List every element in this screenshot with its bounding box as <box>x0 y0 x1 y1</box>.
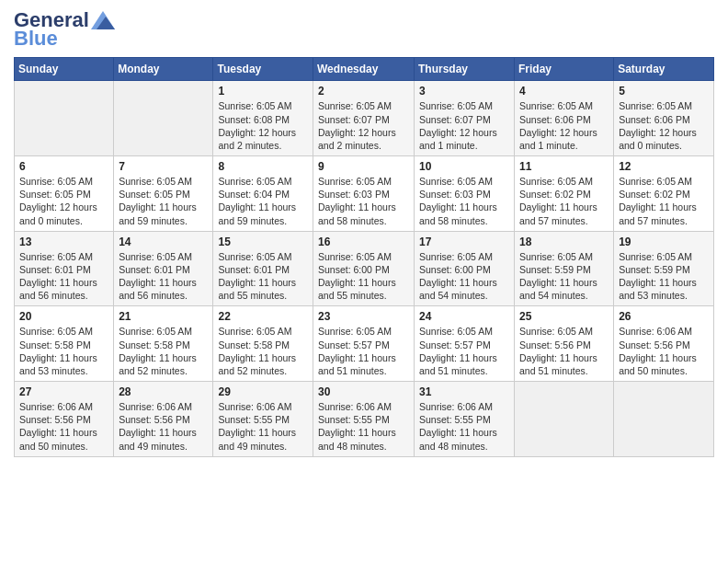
day-detail: Sunrise: 6:05 AM Sunset: 5:59 PM Dayligh… <box>519 250 609 303</box>
day-number: 20 <box>19 310 108 323</box>
weekday-header: Monday <box>114 58 213 81</box>
calendar-cell: 21Sunrise: 6:05 AM Sunset: 5:58 PM Dayli… <box>114 306 213 382</box>
calendar-week-row: 20Sunrise: 6:05 AM Sunset: 5:58 PM Dayli… <box>15 306 714 382</box>
calendar-cell: 22Sunrise: 6:05 AM Sunset: 5:58 PM Dayli… <box>213 306 313 382</box>
calendar-cell: 11Sunrise: 6:05 AM Sunset: 6:02 PM Dayli… <box>515 156 614 232</box>
day-number: 14 <box>119 236 208 248</box>
day-detail: Sunrise: 6:05 AM Sunset: 6:01 PM Dayligh… <box>119 250 208 303</box>
day-detail: Sunrise: 6:05 AM Sunset: 5:57 PM Dayligh… <box>318 325 409 377</box>
day-detail: Sunrise: 6:05 AM Sunset: 6:00 PM Dayligh… <box>318 250 409 303</box>
calendar-cell: 30Sunrise: 6:06 AM Sunset: 5:55 PM Dayli… <box>313 382 415 457</box>
calendar-cell: 3Sunrise: 6:05 AM Sunset: 6:07 PM Daylig… <box>415 81 515 156</box>
day-detail: Sunrise: 6:06 AM Sunset: 5:56 PM Dayligh… <box>619 325 709 377</box>
day-detail: Sunrise: 6:05 AM Sunset: 5:58 PM Dayligh… <box>19 325 108 377</box>
calendar-cell: 10Sunrise: 6:05 AM Sunset: 6:03 PM Dayli… <box>415 156 515 232</box>
day-number: 6 <box>19 160 108 173</box>
weekday-header: Sunday <box>15 58 114 81</box>
day-detail: Sunrise: 6:06 AM Sunset: 5:56 PM Dayligh… <box>119 400 208 453</box>
day-detail: Sunrise: 6:05 AM Sunset: 6:00 PM Dayligh… <box>419 250 509 303</box>
day-number: 24 <box>419 310 509 323</box>
day-number: 22 <box>218 310 308 323</box>
calendar-cell: 15Sunrise: 6:05 AM Sunset: 6:01 PM Dayli… <box>213 231 313 306</box>
calendar-cell: 12Sunrise: 6:05 AM Sunset: 6:02 PM Dayli… <box>614 156 714 232</box>
calendar-cell: 5Sunrise: 6:05 AM Sunset: 6:06 PM Daylig… <box>614 81 714 156</box>
day-number: 23 <box>318 310 409 323</box>
calendar-week-row: 13Sunrise: 6:05 AM Sunset: 6:01 PM Dayli… <box>15 231 714 306</box>
calendar-table: SundayMondayTuesdayWednesdayThursdayFrid… <box>14 57 714 456</box>
day-number: 12 <box>619 160 709 173</box>
calendar-cell: 2Sunrise: 6:05 AM Sunset: 6:07 PM Daylig… <box>313 81 415 156</box>
calendar-cell: 16Sunrise: 6:05 AM Sunset: 6:00 PM Dayli… <box>313 231 415 306</box>
day-number: 9 <box>318 160 409 173</box>
calendar-cell <box>614 382 714 457</box>
calendar-week-row: 1Sunrise: 6:05 AM Sunset: 6:08 PM Daylig… <box>15 81 714 156</box>
header: General Blue <box>14 9 714 50</box>
day-detail: Sunrise: 6:05 AM Sunset: 6:07 PM Dayligh… <box>419 99 509 152</box>
day-number: 27 <box>19 385 108 398</box>
day-detail: Sunrise: 6:05 AM Sunset: 6:04 PM Dayligh… <box>218 175 308 227</box>
day-detail: Sunrise: 6:05 AM Sunset: 5:59 PM Dayligh… <box>619 250 709 303</box>
day-number: 21 <box>119 310 208 323</box>
day-number: 1 <box>218 85 308 98</box>
day-number: 19 <box>619 236 709 248</box>
day-number: 5 <box>619 85 709 98</box>
calendar-cell: 9Sunrise: 6:05 AM Sunset: 6:03 PM Daylig… <box>313 156 415 232</box>
day-detail: Sunrise: 6:05 AM Sunset: 6:02 PM Dayligh… <box>619 175 709 227</box>
calendar-cell: 13Sunrise: 6:05 AM Sunset: 6:01 PM Dayli… <box>15 231 114 306</box>
calendar-cell: 27Sunrise: 6:06 AM Sunset: 5:56 PM Dayli… <box>15 382 114 457</box>
calendar-cell: 17Sunrise: 6:05 AM Sunset: 6:00 PM Dayli… <box>415 231 515 306</box>
day-detail: Sunrise: 6:06 AM Sunset: 5:55 PM Dayligh… <box>318 400 409 453</box>
day-detail: Sunrise: 6:06 AM Sunset: 5:55 PM Dayligh… <box>419 400 509 453</box>
day-detail: Sunrise: 6:05 AM Sunset: 6:03 PM Dayligh… <box>419 175 509 227</box>
day-number: 7 <box>119 160 208 173</box>
calendar-cell: 4Sunrise: 6:05 AM Sunset: 6:06 PM Daylig… <box>515 81 614 156</box>
day-number: 4 <box>519 85 609 98</box>
day-number: 28 <box>119 385 208 398</box>
day-number: 30 <box>318 385 409 398</box>
day-number: 26 <box>619 310 709 323</box>
weekday-header: Friday <box>515 58 614 81</box>
day-number: 2 <box>318 85 409 98</box>
calendar-cell: 24Sunrise: 6:05 AM Sunset: 5:57 PM Dayli… <box>415 306 515 382</box>
day-number: 29 <box>218 385 308 398</box>
day-detail: Sunrise: 6:05 AM Sunset: 6:01 PM Dayligh… <box>19 250 108 303</box>
day-detail: Sunrise: 6:05 AM Sunset: 6:05 PM Dayligh… <box>19 175 108 227</box>
day-detail: Sunrise: 6:06 AM Sunset: 5:56 PM Dayligh… <box>19 400 108 453</box>
calendar-cell: 1Sunrise: 6:05 AM Sunset: 6:08 PM Daylig… <box>213 81 313 156</box>
day-detail: Sunrise: 6:05 AM Sunset: 6:02 PM Dayligh… <box>519 175 609 227</box>
calendar-cell <box>15 81 114 156</box>
day-number: 25 <box>519 310 609 323</box>
day-number: 16 <box>318 236 409 248</box>
day-detail: Sunrise: 6:05 AM Sunset: 5:57 PM Dayligh… <box>419 325 509 377</box>
calendar-cell: 26Sunrise: 6:06 AM Sunset: 5:56 PM Dayli… <box>614 306 714 382</box>
logo: General Blue <box>14 9 115 50</box>
day-detail: Sunrise: 6:05 AM Sunset: 5:56 PM Dayligh… <box>519 325 609 377</box>
calendar-cell <box>515 382 614 457</box>
day-detail: Sunrise: 6:05 AM Sunset: 6:06 PM Dayligh… <box>519 99 609 152</box>
weekday-header: Wednesday <box>313 58 415 81</box>
day-number: 15 <box>218 236 308 248</box>
calendar-cell: 18Sunrise: 6:05 AM Sunset: 5:59 PM Dayli… <box>515 231 614 306</box>
day-number: 10 <box>419 160 509 173</box>
day-detail: Sunrise: 6:05 AM Sunset: 6:05 PM Dayligh… <box>119 175 208 227</box>
calendar-cell: 29Sunrise: 6:06 AM Sunset: 5:55 PM Dayli… <box>213 382 313 457</box>
logo-icon <box>91 11 115 31</box>
day-number: 3 <box>419 85 509 98</box>
page-container: General Blue SundayMondayTuesdayWednesda… <box>0 0 728 466</box>
calendar-cell: 23Sunrise: 6:05 AM Sunset: 5:57 PM Dayli… <box>313 306 415 382</box>
day-detail: Sunrise: 6:06 AM Sunset: 5:55 PM Dayligh… <box>218 400 308 453</box>
weekday-header: Thursday <box>415 58 515 81</box>
logo-blue: Blue <box>14 28 58 50</box>
calendar-cell: 8Sunrise: 6:05 AM Sunset: 6:04 PM Daylig… <box>213 156 313 232</box>
calendar-cell: 28Sunrise: 6:06 AM Sunset: 5:56 PM Dayli… <box>114 382 213 457</box>
calendar-cell: 7Sunrise: 6:05 AM Sunset: 6:05 PM Daylig… <box>114 156 213 232</box>
day-number: 17 <box>419 236 509 248</box>
day-number: 31 <box>419 385 509 398</box>
calendar-cell: 25Sunrise: 6:05 AM Sunset: 5:56 PM Dayli… <box>515 306 614 382</box>
calendar-week-row: 6Sunrise: 6:05 AM Sunset: 6:05 PM Daylig… <box>15 156 714 232</box>
calendar-cell: 31Sunrise: 6:06 AM Sunset: 5:55 PM Dayli… <box>415 382 515 457</box>
day-detail: Sunrise: 6:05 AM Sunset: 6:03 PM Dayligh… <box>318 175 409 227</box>
calendar-cell <box>114 81 213 156</box>
day-detail: Sunrise: 6:05 AM Sunset: 6:01 PM Dayligh… <box>218 250 308 303</box>
calendar-week-row: 27Sunrise: 6:06 AM Sunset: 5:56 PM Dayli… <box>15 382 714 457</box>
